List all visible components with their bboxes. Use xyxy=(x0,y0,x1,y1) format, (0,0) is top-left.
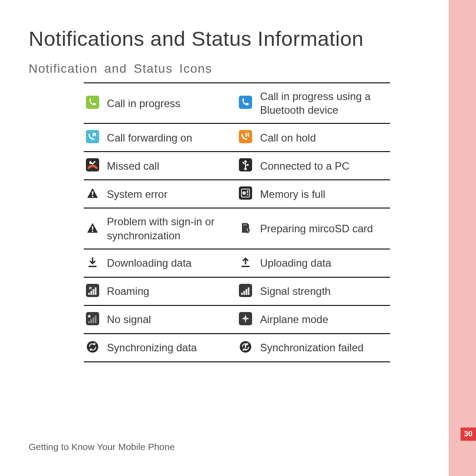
page-side-tab: 30 xyxy=(449,0,476,476)
icon-label: Problem with sign-in or synchronization xyxy=(105,208,237,249)
icon-label: Uploading data xyxy=(258,249,390,277)
missed-call-icon xyxy=(86,158,99,171)
usb-connected-icon xyxy=(239,158,252,171)
table-row: R Roaming Signal strength xyxy=(84,277,390,305)
svg-rect-11 xyxy=(92,191,93,195)
call-on-hold-icon xyxy=(239,130,252,143)
svg-rect-35 xyxy=(243,291,245,295)
icon-label: Synchronization failed xyxy=(258,334,390,362)
svg-rect-19 xyxy=(92,231,93,232)
table-row: Synchronizing data Synchronization faile… xyxy=(84,334,390,362)
svg-rect-39 xyxy=(88,321,90,323)
svg-rect-5 xyxy=(248,133,249,137)
svg-rect-12 xyxy=(92,196,93,197)
svg-point-15 xyxy=(242,191,246,195)
preparing-sd-icon xyxy=(239,221,252,234)
svg-rect-20 xyxy=(243,224,244,226)
call-forwarding-icon xyxy=(86,130,99,143)
icon-label: Memory is full xyxy=(258,180,390,208)
svg-rect-26 xyxy=(242,266,249,267)
svg-rect-17 xyxy=(247,194,248,195)
memory-full-icon xyxy=(239,186,252,200)
page-number: 30 xyxy=(461,428,476,441)
icon-label: Call forwarding on xyxy=(105,123,237,152)
sync-problem-icon xyxy=(86,221,99,234)
svg-rect-30 xyxy=(93,289,94,295)
icon-label: No signal xyxy=(105,305,237,334)
svg-rect-37 xyxy=(248,287,249,295)
roaming-icon: R xyxy=(86,284,99,297)
svg-rect-41 xyxy=(93,317,94,323)
svg-rect-18 xyxy=(92,226,93,230)
page-title: Notifications and Status Information xyxy=(29,26,432,51)
table-row: Missed call Connected to a PC xyxy=(84,152,390,180)
svg-rect-31 xyxy=(95,287,97,295)
call-bluetooth-icon xyxy=(239,96,252,109)
table-row: Problem with sign-in or synchronization … xyxy=(84,208,390,249)
svg-text:R: R xyxy=(89,286,92,290)
svg-rect-22 xyxy=(246,224,247,226)
svg-rect-1 xyxy=(239,96,252,109)
table-row: Downloading data Uploading data xyxy=(84,249,390,277)
svg-point-44 xyxy=(87,341,98,353)
svg-rect-21 xyxy=(245,224,245,226)
svg-rect-28 xyxy=(88,293,90,295)
icon-legend-table: Call in progress Call in progress using … xyxy=(84,82,390,362)
airplane-mode-icon xyxy=(239,312,252,325)
svg-rect-4 xyxy=(245,133,247,137)
icon-label: Synchronizing data xyxy=(105,334,237,362)
no-signal-icon xyxy=(86,312,99,325)
svg-point-10 xyxy=(244,167,247,170)
icon-label: Call in progress xyxy=(105,83,237,123)
svg-rect-40 xyxy=(90,319,92,323)
sync-failed-icon xyxy=(239,340,252,353)
svg-rect-34 xyxy=(241,293,243,295)
icon-label: Missed call xyxy=(105,152,237,180)
svg-rect-36 xyxy=(245,289,247,295)
svg-rect-9 xyxy=(247,164,249,166)
icon-label: Signal strength xyxy=(258,277,390,305)
system-error-icon xyxy=(86,186,99,200)
section-title: Notification and Status Icons xyxy=(29,62,432,76)
svg-rect-2 xyxy=(86,130,99,143)
sync-data-icon xyxy=(86,340,99,353)
svg-rect-0 xyxy=(86,96,99,109)
icon-label: System error xyxy=(105,180,237,208)
svg-rect-47 xyxy=(245,349,246,350)
svg-rect-16 xyxy=(247,190,248,193)
call-in-progress-icon xyxy=(86,96,99,109)
download-icon xyxy=(86,256,99,269)
signal-strength-icon xyxy=(239,284,252,297)
table-row: No signal Airplane mode xyxy=(84,305,390,334)
icon-label: Preparing mircoSD card xyxy=(258,208,390,249)
icon-label: Airplane mode xyxy=(258,305,390,334)
icon-label: Call in progress using a Bluetooth devic… xyxy=(258,83,390,123)
table-row: Call in progress Call in progress using … xyxy=(84,83,390,123)
table-row: Call forwarding on Call on hold xyxy=(84,123,390,152)
svg-rect-42 xyxy=(95,316,97,323)
icon-label: Roaming xyxy=(105,277,237,305)
svg-rect-25 xyxy=(89,266,97,267)
icon-label: Connected to a PC xyxy=(258,152,390,180)
svg-point-8 xyxy=(242,162,244,164)
icon-label: Downloading data xyxy=(105,249,237,277)
upload-icon xyxy=(239,256,252,269)
footer-text: Getting to Know Your Mobile Phone xyxy=(29,442,175,452)
table-row: System error Memory is full xyxy=(84,180,390,208)
svg-rect-29 xyxy=(90,291,92,295)
icon-label: Call on hold xyxy=(258,123,390,152)
svg-rect-46 xyxy=(245,344,246,348)
